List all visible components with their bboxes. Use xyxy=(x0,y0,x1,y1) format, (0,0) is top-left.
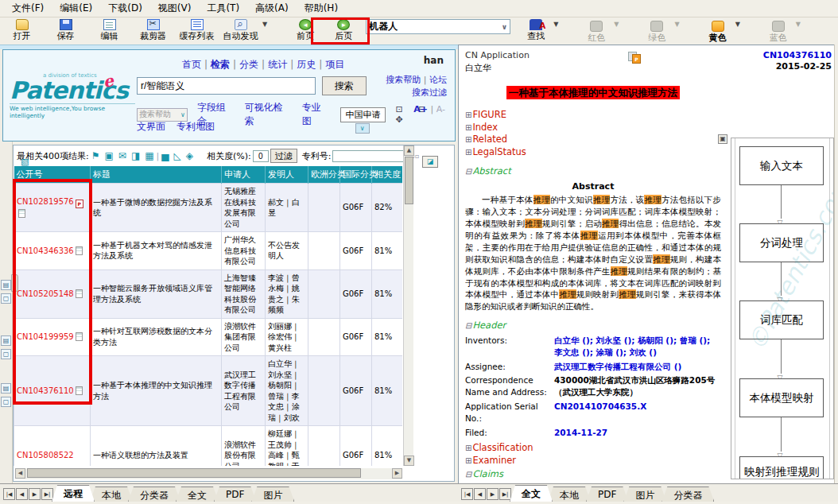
search-help-select[interactable]: 搜索帮助∨ xyxy=(137,108,188,122)
pub-number-link[interactable]: CN104199959 xyxy=(17,332,74,341)
export-icon[interactable]: ◨ xyxy=(131,150,140,161)
menu-help[interactable]: 帮助(H) xyxy=(297,0,345,17)
vertical-scrollbar[interactable]: ▲ ▼ xyxy=(403,145,413,466)
patent-number-input[interactable] xyxy=(332,150,405,162)
search-input[interactable] xyxy=(137,77,316,95)
blue-marker-dropdown[interactable]: ▼ xyxy=(796,17,805,28)
section-abstract[interactable]: ⊟Abstract xyxy=(465,165,721,178)
pub-number-link[interactable]: CN104376110 xyxy=(17,386,74,395)
menu-tools[interactable]: 工具(T) xyxy=(200,0,246,17)
collapse-minus-icon[interactable]: ⊟ xyxy=(465,321,471,330)
find-dropdown[interactable]: ▼ xyxy=(553,17,563,28)
visual-search-link[interactable]: 可视化检索 xyxy=(245,101,293,128)
menu-view[interactable]: 视图(V) xyxy=(151,0,199,17)
col-inventors[interactable]: 发明人 xyxy=(266,166,308,184)
menu-file[interactable]: 文件(F) xyxy=(5,0,51,17)
docked-panel-icon[interactable]: ▢ xyxy=(1,349,11,359)
last-tab-button[interactable]: ▶| xyxy=(499,488,511,500)
cache-list-button[interactable]: 缓存列表 xyxy=(175,17,219,41)
font-larger-button[interactable]: A+ xyxy=(413,104,428,114)
pro-chart-link[interactable]: 专业图 xyxy=(302,101,331,128)
prev-page-button[interactable]: ◂前页 xyxy=(286,17,324,41)
section-header[interactable]: ⊟Header xyxy=(465,320,721,332)
doc-icon[interactable] xyxy=(76,386,83,395)
find-button[interactable]: 查找 xyxy=(518,17,553,41)
combo-arrow-icon[interactable]: ∨ xyxy=(502,23,507,31)
scroll-left-button[interactable]: ◀ xyxy=(15,468,25,479)
nav-stats[interactable]: 统计 xyxy=(268,59,287,70)
red-marker-button[interactable]: 红色 xyxy=(579,17,614,43)
table-row[interactable]: CN105808522 一种语义联想的方法及装置 浪潮软件股份有限公司 柳廷娜｜… xyxy=(14,426,403,467)
nav-search[interactable]: 检索 xyxy=(211,59,230,70)
docked-panel-icon[interactable]: ▤ xyxy=(1,383,11,394)
patent-map-link[interactable]: 专利地图 xyxy=(177,120,215,134)
prev-tab-button[interactable]: ◀ xyxy=(474,488,486,500)
next-tab-button[interactable]: ▶ xyxy=(29,488,41,500)
tab-local[interactable]: 本地 xyxy=(90,487,133,502)
table-row[interactable]: CN104376110 一种基于本体推理的中文知识推理方法 武汉理工数字传播工程… xyxy=(14,356,403,426)
doc-icon[interactable] xyxy=(76,246,83,255)
green-marker-dropdown[interactable]: ▼ xyxy=(674,17,684,28)
text-ui-link[interactable]: 文界面 xyxy=(137,120,165,134)
section-related[interactable]: ⊞Related xyxy=(465,134,721,146)
scrollbar-thumb[interactable] xyxy=(405,157,413,204)
pdf-icon[interactable]: P xyxy=(76,200,83,208)
collapse-minus-icon[interactable]: ⊟ xyxy=(465,167,471,176)
tab-remote[interactable]: 远程 xyxy=(52,485,95,502)
auto-discover-dropdown[interactable]: ▼ xyxy=(262,17,272,28)
section-claims[interactable]: ⊟Claims xyxy=(465,468,721,481)
tab-pdf[interactable]: PDF xyxy=(214,487,256,502)
analysis-chart-button[interactable]: ◪ xyxy=(422,156,438,168)
tab-fulltext[interactable]: 全文 xyxy=(176,487,219,502)
tab-classifier[interactable]: 分类器 xyxy=(661,487,714,502)
next-tab-button[interactable]: ▶ xyxy=(487,488,499,500)
highlight-term-combo[interactable]: 机器人∨ xyxy=(366,19,510,34)
section-figure[interactable]: ⊞FIGURE xyxy=(465,109,721,122)
section-index[interactable]: ⊞Index xyxy=(465,122,721,134)
doc-icon[interactable] xyxy=(76,289,83,298)
line-chart-icon[interactable]: ◺ xyxy=(174,150,181,161)
org-chart-icon[interactable]: ◈ xyxy=(186,150,193,161)
pub-number-link[interactable]: CN105808522 xyxy=(17,451,74,459)
expand-plus-icon[interactable]: ⊞ xyxy=(465,456,471,465)
expand-plus-icon[interactable]: ⊞ xyxy=(465,110,471,119)
docked-panel-icon[interactable]: ▢ xyxy=(1,397,11,407)
open-button[interactable]: 打开 xyxy=(0,17,44,41)
db-select-arrow-icon[interactable]: ∨ xyxy=(355,123,370,134)
expand-plus-icon[interactable]: ⊞ xyxy=(465,135,471,144)
prev-tab-button[interactable]: ◀ xyxy=(16,488,28,500)
first-tab-button[interactable]: |◀ xyxy=(461,488,473,500)
grid-icon[interactable]: ▦ xyxy=(145,150,153,161)
database-select[interactable]: 中国申请∨ xyxy=(340,107,386,122)
tab-pdf[interactable]: PDF xyxy=(586,487,628,502)
forum-link[interactable]: 论坛 xyxy=(429,75,447,85)
nav-home[interactable]: 首页 xyxy=(182,59,201,70)
tab-fulltext[interactable]: 全文 xyxy=(510,485,553,502)
search-filter-link[interactable]: 搜索过滤 xyxy=(412,87,447,98)
edit-button[interactable]: 编辑 xyxy=(87,17,131,41)
section-classification[interactable]: ⊞Classification xyxy=(465,442,721,455)
horizontal-scrollbar[interactable]: ◀ ▶ xyxy=(15,468,402,479)
auto-discover-button[interactable]: 自动发现 xyxy=(219,17,262,41)
tab-image[interactable]: 图片 xyxy=(251,487,294,502)
doc-icon[interactable] xyxy=(76,332,83,341)
next-page-button[interactable]: ▸后页 xyxy=(324,17,363,41)
blue-marker-button[interactable]: 蓝色 xyxy=(761,17,796,43)
yellow-marker-dropdown[interactable]: ▼ xyxy=(735,17,745,28)
doc-pub-number-link[interactable]: CN104376110 xyxy=(763,50,832,60)
crop-button[interactable]: 裁剪器 xyxy=(131,17,175,41)
table-row[interactable]: CN102819576P 一种基于微博的数据挖掘方法及系统 无锡雅座在线科技发展… xyxy=(14,184,403,232)
relevance-input[interactable] xyxy=(253,150,269,162)
nav-history[interactable]: 历史 xyxy=(297,59,316,70)
col-euro-class[interactable]: 欧洲分类 xyxy=(308,166,340,184)
tab-classifier[interactable]: 分类器 xyxy=(128,487,180,502)
book-icon[interactable]: ▣ xyxy=(104,150,113,161)
scrollbar-thumb[interactable] xyxy=(27,468,361,478)
pub-number-link[interactable]: CN105205148 xyxy=(17,289,74,298)
table-row[interactable]: CN105205148 一种智能云服务开放领域语义库管理方法及系统 上海智臻智能… xyxy=(14,269,403,318)
docked-panel-icon[interactable]: ▢ xyxy=(1,293,11,304)
search-button[interactable]: 搜索 xyxy=(322,76,367,95)
mail-icon[interactable]: ✉ xyxy=(118,150,126,161)
flag-icon[interactable]: ⚑ xyxy=(91,150,100,161)
menu-advanced[interactable]: 高级(A) xyxy=(248,0,296,17)
